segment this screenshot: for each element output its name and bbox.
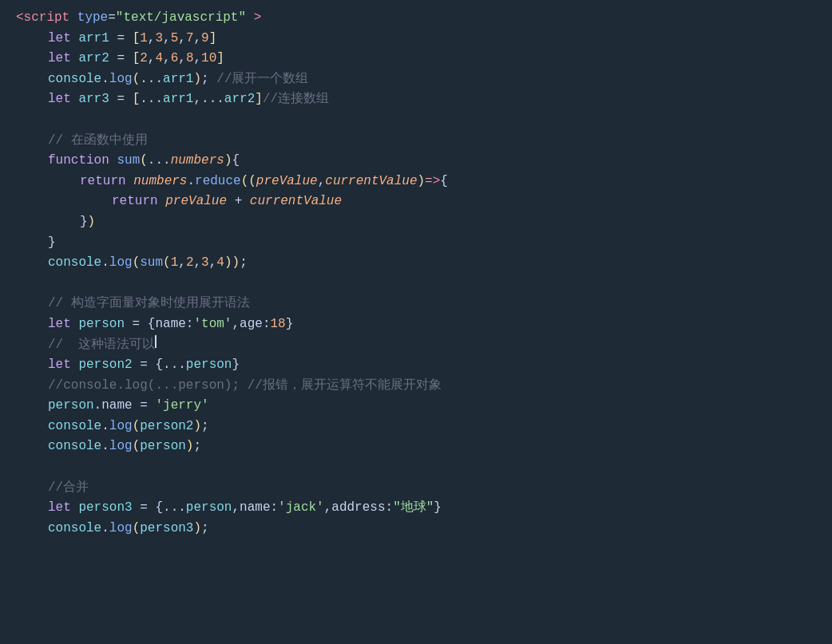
text-cursor xyxy=(155,335,156,348)
code-line-4: console.log(...arr1); //展开一个数组 xyxy=(16,69,816,90)
code-line-8: function sum(...numbers){ xyxy=(16,151,816,172)
code-line-2: let arr1 = [1,3,5,7,9] xyxy=(16,29,816,49)
code-line-3: let arr2 = [2,4,6,8,10] xyxy=(16,49,816,69)
code-line-7: // 在函数中使用 xyxy=(16,131,816,152)
code-line-19: //console.log(...person); //报错，展开运算符不能展开… xyxy=(16,376,816,397)
code-line-17: // 这种语法可以 xyxy=(16,335,816,356)
code-line-23 xyxy=(16,457,816,478)
tag-open: <script xyxy=(16,8,77,29)
code-line-21: console.log(person2); xyxy=(16,417,816,437)
code-line-25: let person3 = {...person,name:'jack',add… xyxy=(16,498,816,519)
code-line-5: let arr3 = [...arr1,...arr2]//连接数组 xyxy=(16,89,816,110)
code-line-14 xyxy=(16,274,816,294)
code-line-13: console.log(sum(1,2,3,4)); xyxy=(16,253,816,274)
code-line-22: console.log(person); xyxy=(16,437,816,457)
code-line-16: let person = {name:'tom',age:18} xyxy=(16,314,816,335)
code-line-11: }) xyxy=(16,212,816,233)
code-line-10: return preValue + currentValue xyxy=(16,192,816,212)
code-line-20: person.name = 'jerry' xyxy=(16,396,816,417)
attr-value-type: "text/javascript" xyxy=(116,8,246,29)
code-line-1: <script type="text/javascript" > xyxy=(16,8,816,29)
code-editor: <script type="text/javascript" > let arr… xyxy=(0,8,832,539)
code-line-26: console.log(person3); xyxy=(16,519,816,539)
code-line-9: return numbers.reduce((preValue,currentV… xyxy=(16,172,816,192)
code-line-15: // 构造字面量对象时使用展开语法 xyxy=(16,294,816,314)
code-line-12: } xyxy=(16,233,816,254)
code-line-24: //合并 xyxy=(16,478,816,499)
attr-type: type xyxy=(77,8,108,29)
code-line-18: let person2 = {...person} xyxy=(16,355,816,376)
code-line-6 xyxy=(16,110,816,131)
